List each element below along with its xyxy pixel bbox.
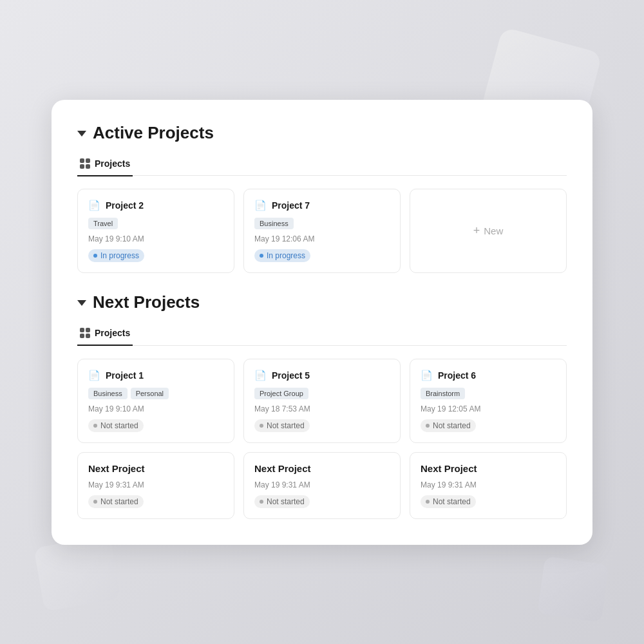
plus-icon: +: [473, 224, 480, 238]
next-projects-tab-label: Projects: [95, 328, 130, 338]
status-badge: In progress: [254, 249, 310, 262]
project-name: Project 5: [272, 370, 310, 381]
chevron-down-icon[interactable]: [77, 131, 86, 137]
document-icon: 📄: [88, 200, 100, 211]
status-label: Not started: [433, 497, 471, 506]
status-dot: [93, 254, 97, 258]
document-icon: 📄: [88, 370, 100, 381]
project-tags: Project Group: [254, 388, 390, 399]
status-badge: Not started: [421, 419, 476, 432]
status-label: Not started: [100, 421, 138, 430]
status-label: In progress: [100, 251, 139, 260]
project-date: May 18 7:53 AM: [254, 404, 390, 413]
next-projects-title: Next Projects: [93, 292, 200, 312]
status-badge: In progress: [88, 249, 144, 262]
grid-icon: [80, 328, 90, 338]
status-dot: [260, 424, 263, 428]
next-projects-section: Next Projects Projects 📄 Project 1 Busin…: [77, 292, 567, 519]
project-card-project-2[interactable]: 📄 Project 2 Travel May 19 9:10 AM In pro…: [77, 189, 234, 273]
project-date: May 19 12:06 AM: [254, 234, 390, 243]
project-card-header: Next Project: [88, 463, 223, 474]
document-icon: 📄: [254, 370, 267, 381]
active-projects-tab-label: Projects: [95, 158, 130, 169]
project-card-header: 📄 Project 5: [254, 370, 390, 381]
status-label: In progress: [267, 251, 305, 260]
project-card-project-5[interactable]: 📄 Project 5 Project Group May 18 7:53 AM…: [243, 359, 401, 443]
status-label: Not started: [433, 421, 471, 430]
next-projects-tab-bar: Projects: [77, 323, 567, 346]
new-project-card[interactable]: + New: [410, 189, 567, 273]
project-date: May 19 9:10 AM: [88, 234, 223, 243]
next-projects-grid: 📄 Project 1 Business Personal May 19 9:1…: [77, 359, 567, 519]
tag-project-group: Project Group: [254, 388, 308, 399]
project-name: Next Project: [254, 463, 311, 474]
project-date: May 19 9:10 AM: [88, 404, 223, 413]
project-name: Project 2: [106, 200, 144, 211]
status-badge: Not started: [254, 419, 310, 432]
status-label: Not started: [100, 497, 138, 506]
active-projects-section: Active Projects Projects 📄 Project 2 Tra…: [77, 123, 567, 274]
status-dot: [426, 424, 430, 428]
document-icon: 📄: [254, 200, 267, 211]
status-dot: [260, 500, 263, 504]
project-date: May 19 12:05 AM: [421, 404, 556, 413]
tag-travel: Travel: [88, 218, 118, 229]
status-badge: Not started: [254, 495, 310, 508]
new-card-label: New: [484, 225, 503, 236]
next-projects-header: Next Projects: [77, 292, 567, 312]
project-card-project-7[interactable]: 📄 Project 7 Business May 19 12:06 AM In …: [243, 189, 401, 273]
document-icon: 📄: [421, 370, 433, 381]
tag-business: Business: [254, 218, 294, 229]
project-name: Next Project: [88, 463, 145, 474]
chevron-down-icon[interactable]: [77, 300, 86, 306]
project-date: May 19 9:31 AM: [254, 480, 390, 489]
grid-icon: [80, 158, 90, 169]
active-projects-tab-bar: Projects: [77, 153, 567, 176]
project-tags: Business Personal: [88, 388, 223, 399]
project-card-header: 📄 Project 2: [88, 200, 223, 211]
tag-brainstorm: Brainstorm: [421, 388, 465, 399]
project-card-project-1[interactable]: 📄 Project 1 Business Personal May 19 9:1…: [77, 359, 234, 443]
project-card-next-project-3[interactable]: Next Project May 19 9:31 AM Not started: [410, 452, 567, 519]
active-projects-grid: 📄 Project 2 Travel May 19 9:10 AM In pro…: [77, 189, 567, 273]
project-date: May 19 9:31 AM: [88, 480, 223, 489]
project-card-next-project-2[interactable]: Next Project May 19 9:31 AM Not started: [243, 452, 401, 519]
active-projects-header: Active Projects: [77, 123, 567, 143]
tag-personal: Personal: [131, 388, 169, 399]
bg-decoration-bottom-left: [33, 535, 121, 611]
status-dot: [93, 424, 97, 428]
project-name: Project 6: [438, 370, 476, 381]
active-projects-tab[interactable]: Projects: [77, 153, 133, 176]
project-card-header: 📄 Project 6: [421, 370, 556, 381]
active-projects-title: Active Projects: [93, 123, 214, 143]
project-name: Project 7: [272, 200, 310, 211]
status-label: Not started: [267, 497, 305, 506]
bg-decoration-bottom-right: [537, 556, 609, 622]
status-badge: Not started: [88, 419, 144, 432]
project-card-header: 📄 Project 1: [88, 370, 223, 381]
status-badge: Not started: [421, 495, 476, 508]
project-date: May 19 9:31 AM: [421, 480, 556, 489]
status-label: Not started: [267, 421, 305, 430]
project-card-header: 📄 Project 7: [254, 200, 390, 211]
next-projects-tab[interactable]: Projects: [77, 323, 133, 346]
status-dot: [260, 254, 263, 258]
status-dot: [93, 500, 97, 504]
project-card-next-project-1[interactable]: Next Project May 19 9:31 AM Not started: [77, 452, 234, 519]
project-card-header: Next Project: [421, 463, 556, 474]
tag-business: Business: [88, 388, 128, 399]
project-card-header: Next Project: [254, 463, 390, 474]
status-badge: Not started: [88, 495, 144, 508]
project-name: Project 1: [106, 370, 144, 381]
project-card-project-6[interactable]: 📄 Project 6 Brainstorm May 19 12:05 AM N…: [410, 359, 567, 443]
project-name: Next Project: [421, 463, 477, 474]
project-tags: Business: [254, 218, 390, 229]
project-tags: Brainstorm: [421, 388, 556, 399]
main-card: Active Projects Projects 📄 Project 2 Tra…: [52, 100, 592, 545]
project-tags: Travel: [88, 218, 223, 229]
status-dot: [426, 500, 430, 504]
